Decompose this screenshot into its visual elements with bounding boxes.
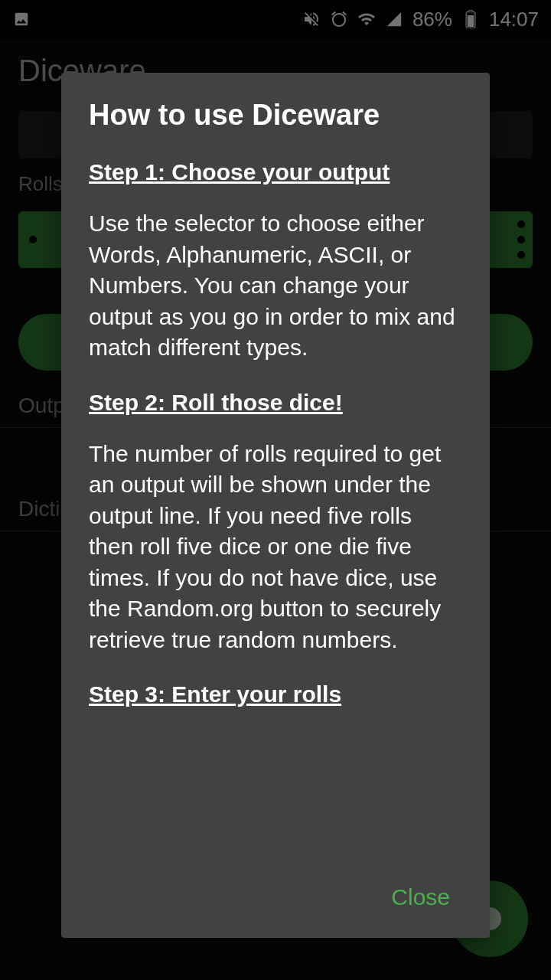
help-dialog: How to use Diceware Step 1: Choose your … (61, 73, 490, 938)
close-button[interactable]: Close (379, 875, 462, 920)
dialog-overlay[interactable]: How to use Diceware Step 1: Choose your … (0, 0, 551, 980)
dialog-actions: Close (89, 867, 462, 920)
step2-heading: Step 2: Roll those dice! (89, 390, 462, 416)
step1-heading: Step 1: Choose your output (89, 159, 462, 185)
step2-text: The number of rolls required to get an o… (89, 439, 462, 656)
dialog-title: How to use Diceware (89, 99, 462, 132)
step3-heading: Step 3: Enter your rolls (89, 681, 462, 707)
step1-text: Use the selector to choose either Words,… (89, 208, 462, 364)
dialog-content: Step 1: Choose your output Use the selec… (89, 159, 462, 867)
